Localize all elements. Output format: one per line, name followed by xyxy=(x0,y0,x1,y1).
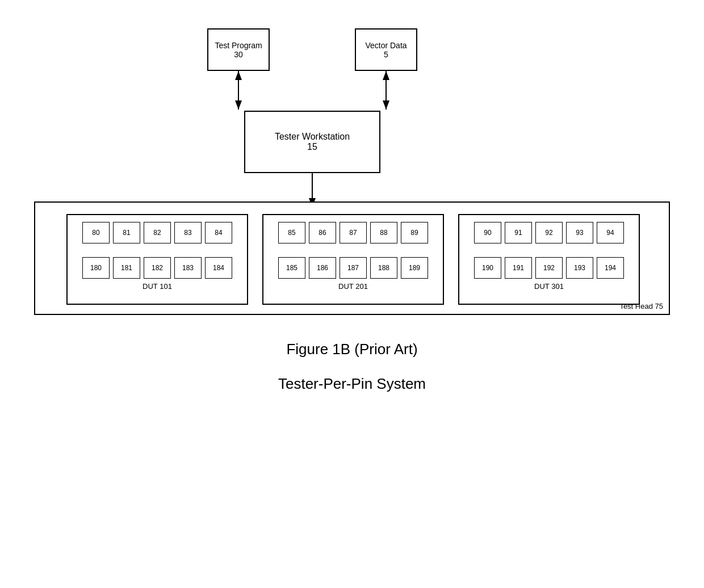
pin-81: 81 xyxy=(113,222,140,243)
dut-301-label: DUT 301 xyxy=(459,282,639,291)
pin-90: 90 xyxy=(474,222,501,243)
pin-80: 80 xyxy=(82,222,110,243)
pin-183: 183 xyxy=(174,257,202,279)
dut-101-group: 80 81 82 83 84 180 181 182 183 184 DUT 1… xyxy=(66,214,248,305)
test-program-id: 30 xyxy=(234,50,243,59)
figure-subtitle: Tester-Per-Pin System xyxy=(0,375,704,393)
dut-201-group: 85 86 87 88 89 185 186 187 188 189 DUT 2… xyxy=(262,214,444,305)
vector-data-label: Vector Data xyxy=(365,41,407,50)
pin-84: 84 xyxy=(205,222,232,243)
dut-301-group: 90 91 92 93 94 190 191 192 193 194 DUT 3… xyxy=(458,214,640,305)
pin-87: 87 xyxy=(340,222,367,243)
test-program-box: Test Program 30 xyxy=(207,28,270,71)
pin-192: 192 xyxy=(535,257,563,279)
pin-85: 85 xyxy=(278,222,305,243)
pin-193: 193 xyxy=(566,257,593,279)
pin-187: 187 xyxy=(340,257,367,279)
figure-title: Figure 1B (Prior Art) xyxy=(0,341,704,358)
pin-182: 182 xyxy=(144,257,171,279)
pin-92: 92 xyxy=(535,222,563,243)
pin-93: 93 xyxy=(566,222,593,243)
pin-91: 91 xyxy=(505,222,532,243)
pin-189: 189 xyxy=(401,257,428,279)
workstation-label: Tester Workstation xyxy=(275,132,350,142)
pin-86: 86 xyxy=(309,222,336,243)
pin-181: 181 xyxy=(113,257,140,279)
vector-data-id: 5 xyxy=(384,50,388,59)
pin-89: 89 xyxy=(401,222,428,243)
figure-caption: Figure 1B (Prior Art) Tester-Per-Pin Sys… xyxy=(0,341,704,520)
pin-185: 185 xyxy=(278,257,305,279)
pin-188: 188 xyxy=(370,257,397,279)
dut-101-label: DUT 101 xyxy=(68,282,247,291)
pin-194: 194 xyxy=(597,257,624,279)
pin-88: 88 xyxy=(370,222,397,243)
vector-data-box: Vector Data 5 xyxy=(355,28,417,71)
pin-186: 186 xyxy=(309,257,336,279)
pin-190: 190 xyxy=(474,257,501,279)
pin-191: 191 xyxy=(505,257,532,279)
test-head-box: 80 81 82 83 84 180 181 182 183 184 DUT 1… xyxy=(34,201,670,315)
dut-201-label: DUT 201 xyxy=(263,282,443,291)
pin-184: 184 xyxy=(205,257,232,279)
test-head-label: Test Head 75 xyxy=(619,302,663,310)
workstation-id: 15 xyxy=(307,142,317,152)
test-program-label: Test Program xyxy=(215,41,262,50)
pin-180: 180 xyxy=(82,257,110,279)
pin-94: 94 xyxy=(597,222,624,243)
workstation-box: Tester Workstation 15 xyxy=(244,111,380,173)
pin-83: 83 xyxy=(174,222,202,243)
pin-82: 82 xyxy=(144,222,171,243)
